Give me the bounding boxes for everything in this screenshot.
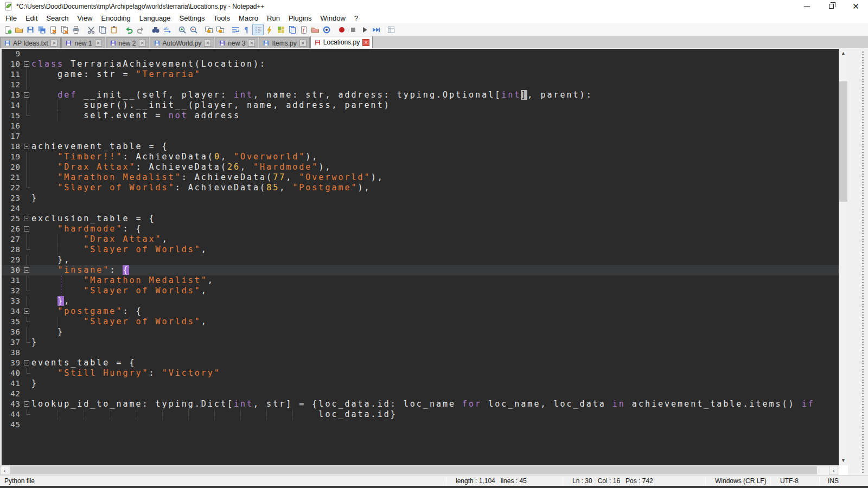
sync-horizontal-icon[interactable] — [214, 24, 226, 35]
code-line[interactable]: 23} — [0, 193, 839, 203]
code-line[interactable]: 20 "Drax Attax": AchieveData(26, "Hardmo… — [0, 162, 839, 172]
vertical-scrollbar[interactable]: ▲ ▼ — [839, 49, 848, 465]
code-line[interactable]: 29 }, — [0, 255, 839, 265]
function-lightning-icon[interactable] — [264, 24, 275, 35]
redo-icon[interactable] — [135, 24, 146, 35]
zoom-out-icon[interactable] — [188, 24, 199, 35]
macro-run-multiple-icon[interactable] — [370, 24, 381, 35]
tab-close-icon[interactable]: × — [248, 40, 255, 47]
customize-toolbar-icon[interactable] — [385, 24, 397, 35]
code-line[interactable]: 28 "Slayer of Worlds", — [0, 245, 839, 255]
function-list-icon[interactable]: f — [298, 24, 309, 35]
new-document-icon[interactable] — [2, 24, 13, 35]
splitter-dots[interactable] — [862, 50, 864, 473]
code-line[interactable]: 22 "Slayer of Worlds": AchieveData(85, "… — [0, 183, 839, 193]
sync-vertical-icon[interactable] — [203, 24, 214, 35]
tab-items-py[interactable]: Items.py× — [259, 37, 309, 48]
code-line[interactable]: 25exclusion_table = { — [0, 214, 839, 224]
macro-stop-icon[interactable] — [347, 24, 359, 35]
tab-new-1[interactable]: new 1× — [61, 37, 105, 48]
menu-item-encoding[interactable]: Encoding — [97, 13, 135, 23]
scroll-up-arrow-icon[interactable]: ▲ — [839, 49, 848, 58]
code-line[interactable]: 9 — [0, 49, 839, 59]
code-line[interactable]: 40 "Still Hungry": "Victory" — [0, 368, 839, 378]
restore-button[interactable] — [819, 0, 844, 12]
cut-icon[interactable] — [85, 24, 97, 35]
tab-close-icon[interactable]: × — [95, 40, 102, 47]
menu-item-settings[interactable]: Settings — [175, 13, 209, 23]
scroll-left-arrow-icon[interactable]: ‹ — [0, 466, 9, 475]
code-line[interactable]: 36 } — [0, 327, 839, 337]
macro-play-icon[interactable] — [359, 24, 370, 35]
fold-collapse-icon[interactable] — [24, 360, 29, 365]
menu-item-run[interactable]: Run — [263, 13, 284, 23]
code-line[interactable]: 21 "Marathon Medalist": AchieveData(77, … — [0, 172, 839, 183]
monitoring-icon[interactable] — [321, 24, 332, 35]
paste-icon[interactable] — [108, 24, 119, 35]
close-all-documents-icon[interactable] — [59, 24, 70, 35]
menu-item-[interactable]: ? — [350, 13, 362, 23]
tab-close-icon[interactable]: × — [362, 39, 369, 46]
menu-item-window[interactable]: Window — [316, 13, 350, 23]
tab-close-icon[interactable]: × — [204, 40, 211, 47]
code-line-current[interactable]: 30 "insane": { — [0, 265, 839, 275]
tab-locations-py[interactable]: Locations.py× — [310, 36, 373, 48]
code-line[interactable]: 16 — [0, 121, 839, 131]
code-line[interactable]: 39events_table = { — [0, 358, 839, 368]
menu-item-language[interactable]: Language — [135, 13, 175, 23]
menu-item-search[interactable]: Search — [42, 13, 73, 23]
vertical-scrollbar-thumb[interactable] — [839, 81, 847, 202]
fold-collapse-icon[interactable] — [24, 267, 29, 273]
code-line[interactable]: 12 — [0, 80, 839, 90]
code-line[interactable]: 34 "postgame": { — [0, 306, 839, 317]
code-line[interactable]: 19 "Timber!!": AchieveData(0, "Overworld… — [0, 152, 839, 162]
code-line[interactable]: 18achievement_table = { — [0, 142, 839, 152]
code-editor[interactable]: 910class TerrariaAchievement(Location):1… — [0, 49, 839, 465]
tab-autoworld-py[interactable]: AutoWorld.py× — [150, 37, 215, 48]
fold-collapse-icon[interactable] — [24, 226, 29, 232]
copy-icon[interactable] — [97, 24, 108, 35]
code-line[interactable]: 26 "hardmode": { — [0, 224, 839, 234]
fold-collapse-icon[interactable] — [24, 92, 29, 98]
code-line[interactable]: 42 — [0, 389, 839, 399]
code-line[interactable]: 14 super().__init__(player, name, addres… — [0, 100, 839, 111]
code-line[interactable]: 31 "Marathon Medalist", — [0, 275, 839, 286]
minimize-button[interactable] — [795, 0, 819, 12]
code-line[interactable]: 24 — [0, 203, 839, 214]
document-map-icon[interactable] — [275, 24, 286, 35]
save-all-icon[interactable] — [36, 24, 47, 35]
close-document-icon[interactable] — [47, 24, 59, 35]
menu-item-plugins[interactable]: Plugins — [284, 13, 316, 23]
horizontal-scrollbar[interactable]: ‹ › — [0, 465, 839, 475]
scroll-down-arrow-icon[interactable]: ▼ — [839, 456, 848, 465]
horizontal-scrollbar-thumb[interactable] — [10, 466, 817, 474]
menu-item-macro[interactable]: Macro — [234, 13, 263, 23]
code-line[interactable]: 11 game: str = "Terraria" — [0, 69, 839, 80]
code-line[interactable]: 33 }, — [0, 296, 839, 306]
code-line[interactable]: 15 self.event = not address — [0, 111, 839, 121]
scroll-right-arrow-icon[interactable]: › — [829, 466, 838, 475]
zoom-in-icon[interactable] — [176, 24, 188, 35]
tab-new-3[interactable]: new 3× — [215, 37, 258, 48]
word-wrap-icon[interactable] — [229, 24, 241, 35]
menu-item-edit[interactable]: Edit — [21, 13, 42, 23]
indent-guide-icon[interactable] — [252, 24, 264, 35]
code-line[interactable]: 13 def __init__(self, player: int, name:… — [0, 90, 839, 100]
code-line[interactable]: 45 — [0, 420, 839, 430]
replace-icon[interactable]: ab — [161, 24, 173, 35]
close-button[interactable]: ✕ — [844, 0, 868, 12]
fold-collapse-icon[interactable] — [24, 61, 29, 67]
code-line[interactable]: 32 "Slayer of Worlds", — [0, 286, 839, 296]
fold-collapse-icon[interactable] — [24, 309, 29, 314]
code-line[interactable]: 17 — [0, 131, 839, 142]
menu-item-view[interactable]: View — [73, 13, 97, 23]
tab-new-2[interactable]: new 2× — [106, 37, 149, 48]
open-file-icon[interactable] — [13, 24, 24, 35]
code-line[interactable]: 43lookup_id_to_name: typing.Dict[int, st… — [0, 399, 839, 409]
fold-collapse-icon[interactable] — [24, 144, 29, 149]
macro-record-icon[interactable] — [336, 24, 347, 35]
fold-collapse-icon[interactable] — [24, 401, 29, 407]
code-line[interactable]: 27 "Drax Attax", — [0, 234, 839, 245]
save-icon[interactable] — [24, 24, 36, 35]
find-icon[interactable] — [150, 24, 161, 35]
